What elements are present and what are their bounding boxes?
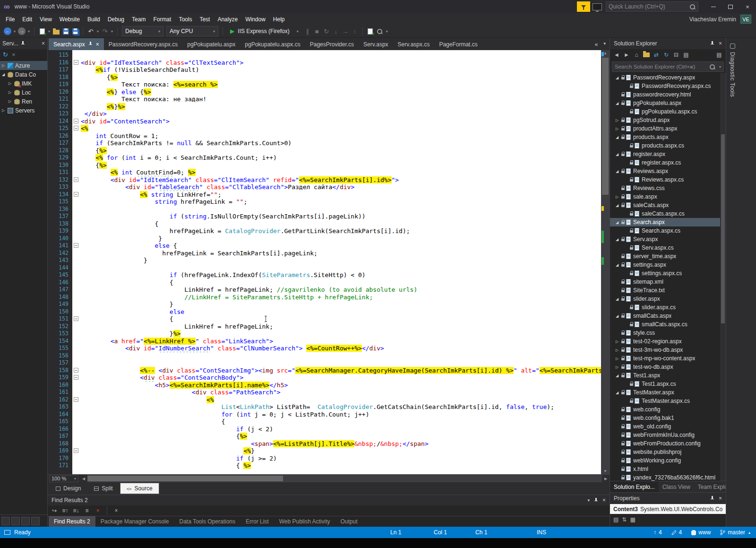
- refresh-icon[interactable]: ↻: [3, 51, 8, 58]
- file-item[interactable]: ◢Test1.aspx: [610, 371, 726, 380]
- view-design-button[interactable]: Design: [50, 483, 87, 494]
- home-icon[interactable]: ⌂: [633, 52, 640, 58]
- editor-tab[interactable]: Serv.aspx.cs: [393, 38, 435, 50]
- file-item[interactable]: webWorking.config: [610, 456, 726, 465]
- expanded-icon[interactable]: ◢: [616, 220, 621, 225]
- code-line[interactable]: 121 Текст поиска: не задан!: [48, 96, 601, 103]
- quick-launch-box[interactable]: [606, 1, 698, 12]
- code-line[interactable]: 168 <span><%=ListPath[j].Title%>&nbsp;/&…: [48, 440, 601, 448]
- scroll-left-icon[interactable]: ◀: [80, 477, 87, 481]
- open-file-button[interactable]: [52, 26, 61, 36]
- tab-output[interactable]: Output: [335, 516, 363, 527]
- editor-tab[interactable]: pgPokupatelu.aspx: [182, 38, 240, 50]
- file-item[interactable]: ◢TestMaster.aspx: [610, 388, 726, 397]
- collapsed-icon[interactable]: ▷: [616, 127, 621, 131]
- stop-debugging-button[interactable]: ■: [312, 26, 322, 36]
- pin-icon[interactable]: [594, 498, 598, 503]
- navigate-forward-button[interactable]: →: [17, 26, 26, 36]
- fold-collapse-icon[interactable]: −: [74, 177, 78, 182]
- scrollbar-thumb[interactable]: [602, 58, 609, 195]
- tree-item[interactable]: ◢Data Co: [0, 70, 47, 79]
- collapsed-icon[interactable]: ▷: [616, 195, 621, 199]
- editor-tab[interactable]: pgPokupatelu.aspx.cs: [240, 38, 305, 50]
- feedback-filter-icon[interactable]: [577, 1, 590, 12]
- file-item[interactable]: ▷test-mp-wo-content.aspx: [610, 354, 726, 363]
- view-split-button[interactable]: Split: [88, 483, 119, 494]
- user-avatar[interactable]: VE: [740, 15, 751, 24]
- git-pending-edits[interactable]: 4: [671, 529, 682, 536]
- code-line[interactable]: 143 }: [48, 257, 601, 264]
- code-line[interactable]: 158− <%-- <div class="ContSearchImg"><im…: [48, 367, 601, 374]
- file-item[interactable]: TestMaster.aspx.cs: [610, 397, 726, 405]
- file-item[interactable]: Reviews.css: [610, 184, 726, 192]
- menu-tools[interactable]: Tools: [175, 14, 196, 25]
- menu-website[interactable]: Website: [56, 14, 84, 25]
- close-icon[interactable]: ×: [42, 40, 45, 47]
- user-name[interactable]: Viacheslav Eremin: [689, 16, 736, 23]
- code-line[interactable]: 164 for (int j = 0; j < ListPath.Count; …: [48, 411, 601, 418]
- file-item[interactable]: PasswordRecovery.aspx.cs: [610, 82, 726, 90]
- collapsed-icon[interactable]: ▷: [9, 81, 14, 86]
- solution-search-box[interactable]: ▾: [612, 61, 724, 72]
- scope-icon[interactable]: [643, 52, 650, 57]
- forward-icon[interactable]: ►: [623, 52, 630, 58]
- window-layout-icon[interactable]: [1, 517, 10, 525]
- code-line[interactable]: 124−<div id="ContentSearch">: [48, 118, 601, 125]
- code-line[interactable]: 160 <h5><%=SearchImkParts[i].name%></h5>: [48, 382, 601, 389]
- fold-collapse-icon[interactable]: −: [74, 368, 78, 373]
- code-line[interactable]: 132− <div id="IdItemSearch" class="ClIte…: [48, 176, 601, 184]
- clear-results-icon[interactable]: ≡: [82, 506, 92, 515]
- file-item[interactable]: style.css: [610, 329, 726, 337]
- file-item[interactable]: ◢settings.aspx: [610, 261, 726, 269]
- file-item[interactable]: ◢smallCats.aspx: [610, 312, 726, 320]
- file-item[interactable]: sitemap.xml: [610, 278, 726, 286]
- tree-item[interactable]: ▷Azure: [0, 61, 47, 70]
- expanded-icon[interactable]: ◢: [616, 76, 621, 80]
- categorized-icon[interactable]: ▤: [613, 516, 619, 523]
- code-line[interactable]: 131 <% int CoutntFind=0; %>: [48, 169, 601, 176]
- tab-find-results-2[interactable]: Find Results 2: [49, 516, 95, 527]
- search-icon[interactable]: [709, 64, 715, 70]
- quick-launch-input[interactable]: [609, 3, 689, 10]
- pin-icon[interactable]: [710, 41, 714, 46]
- collapsed-icon[interactable]: ▷: [616, 357, 621, 361]
- code-line[interactable]: 140 }: [48, 235, 601, 243]
- fold-collapse-icon[interactable]: −: [74, 192, 78, 197]
- editor-tab[interactable]: PasswordRecovery.aspx.cs: [104, 38, 183, 50]
- collapsed-icon[interactable]: ▷: [9, 90, 14, 95]
- collapsed-icon[interactable]: ▷: [616, 339, 621, 344]
- save-button[interactable]: [61, 26, 70, 36]
- code-line[interactable]: 153 }%>: [48, 330, 601, 338]
- tree-item[interactable]: ▷Loc: [0, 88, 47, 97]
- code-line[interactable]: 135 string hrefPageLink = "";: [48, 198, 601, 206]
- code-line[interactable]: 118 {%>: [48, 74, 601, 81]
- properties-object-selector[interactable]: Content3 System.Web.UI.WebControls.Co: [610, 504, 726, 514]
- search-icon[interactable]: [689, 4, 696, 10]
- previous-result-icon[interactable]: ≡↑: [60, 506, 70, 515]
- file-item[interactable]: ◢products.aspx: [610, 133, 726, 141]
- expanded-icon[interactable]: ◢: [616, 169, 621, 174]
- alphabetical-icon[interactable]: ⇅: [622, 516, 627, 523]
- file-item[interactable]: Test1.aspx.cs: [610, 380, 726, 388]
- collapsed-icon[interactable]: ▷: [9, 99, 14, 104]
- git-incoming-commits[interactable]: ↑4: [653, 529, 662, 536]
- code-line[interactable]: 150 else: [48, 308, 601, 316]
- navigate-back-button[interactable]: ←: [3, 26, 12, 36]
- code-line[interactable]: 171 { %>: [48, 462, 601, 470]
- code-line[interactable]: 130 {%>: [48, 162, 601, 169]
- break-all-button[interactable]: ∥: [303, 26, 312, 36]
- scroll-down-icon[interactable]: ▼: [601, 469, 610, 473]
- menu-analyze[interactable]: Analyze: [214, 14, 241, 25]
- code-line[interactable]: 136: [48, 206, 601, 213]
- tab-class-view[interactable]: Class View: [659, 481, 694, 493]
- undo-caret-icon[interactable]: ▾: [95, 29, 100, 34]
- navigate-forward-caret-icon[interactable]: ▾: [26, 29, 31, 34]
- solution-tree-scrollbar[interactable]: [720, 73, 726, 481]
- new-file-caret-icon[interactable]: ▾: [47, 29, 52, 34]
- fold-collapse-icon[interactable]: −: [74, 60, 78, 65]
- view-source-button[interactable]: Source: [120, 483, 159, 494]
- code-line[interactable]: 123 </div>: [48, 110, 601, 118]
- code-line[interactable]: 145 if (hrefPageLink.IndexOf(SiteParamet…: [48, 271, 601, 279]
- preview-changes-button[interactable]: [366, 26, 375, 36]
- menu-team[interactable]: Team: [128, 14, 149, 25]
